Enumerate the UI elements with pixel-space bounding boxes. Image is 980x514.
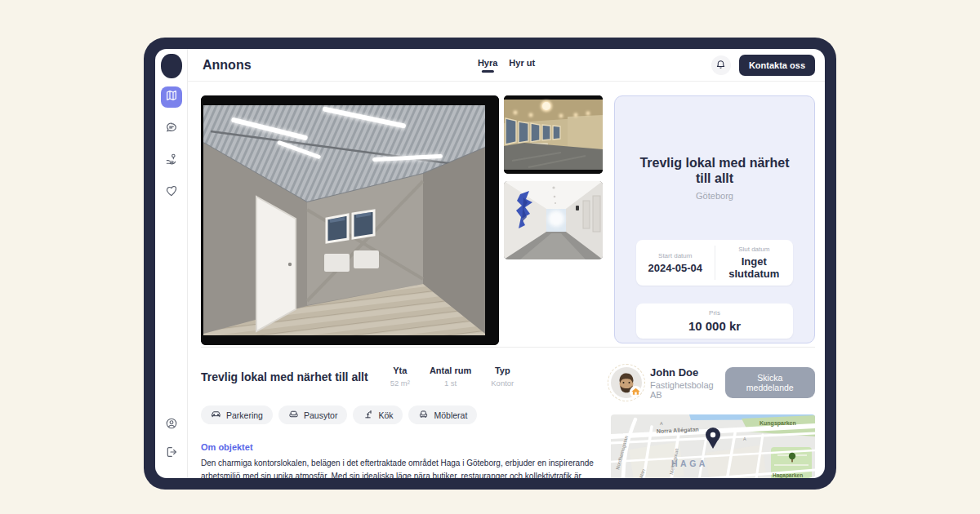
spec-typ: Typ Kontor [491,366,514,388]
spec-yta-value: 52 m² [390,379,410,388]
start-date-value: 2024-05-04 [636,262,715,274]
main-area: Annons Hyra Hyr ut [188,49,825,478]
sidebar-item-messages[interactable] [161,118,182,140]
end-date-label: Slut datum [715,246,794,253]
thumbnail-column [504,95,604,345]
sofa-icon [288,409,299,421]
thumbnail-photo-1[interactable] [504,95,603,174]
listing-title: Trevlig lokal med närhet till allt [201,366,368,383]
price-value: 10 000 kr [636,319,793,333]
tag-pausytor: Pausytor [278,405,347,424]
sidebar-item-favorites[interactable] [161,182,182,203]
booking-card: Trevlig lokal med närhet till allt Göteb… [614,95,815,343]
notifications-button[interactable] [711,55,731,75]
end-date-value: Inget slutdatum [715,255,794,280]
bell-icon [715,58,726,73]
section-divider [201,347,815,348]
landlord-info: John Doe Fastighetsbolag AB [650,366,725,400]
device-frame: Annons Hyra Hyr ut [144,38,836,490]
spec-typ-value: Kontor [491,379,514,388]
sidebar-item-contracts[interactable] [161,150,182,171]
landlord-company: Fastighetsbolag AB [650,380,725,400]
route-marker-a2: A [743,436,746,441]
main-listing-photo[interactable] [201,95,499,345]
tab-hyr-ut[interactable]: Hyr ut [509,58,535,68]
warm-room-photo [504,95,603,174]
tag-pausytor-label: Pausytor [304,410,337,420]
landlord-name: John Doe [650,366,725,379]
gallery-row: Trevlig lokal med närhet till allt Göteb… [201,95,815,345]
armchair-icon [418,409,429,421]
lower-section: Trevlig lokal med närhet till allt Yta 5… [201,366,815,478]
hallway-photo [504,181,603,259]
booking-location: Göteborg [636,191,793,201]
office-room-photo [201,95,499,345]
chat-icon [165,121,178,137]
tag-kok: Kök [353,405,403,424]
tab-hyr-ut-label: Hyr ut [509,58,535,68]
landlord-avatar [611,367,642,398]
contact-us-button[interactable]: Kontakta oss [739,55,815,76]
send-message-button[interactable]: Skicka meddelande [725,367,815,398]
spec-yta: Yta 52 m² [390,366,410,388]
faucet-icon [363,409,373,421]
tag-moblerat: Möblerat [408,405,477,424]
price-label: Pris [636,309,793,317]
spec-antal-rum: Antal rum 1 st [430,366,471,388]
app-window: Annons Hyra Hyr ut [155,49,825,478]
about-paragraph: Den charmiga kontorslokalen, belägen i d… [201,457,603,478]
logout-icon [165,445,178,462]
header-actions: Kontakta oss [711,55,815,76]
sidebar-item-listings[interactable] [161,86,182,108]
price-field: Pris 10 000 kr [636,309,793,333]
spec-antal-rum-label: Antal rum [430,366,471,375]
tag-kok-label: Kök [378,410,393,420]
app-logo [161,54,182,78]
spec-row: Trevlig lokal med närhet till allt Yta 5… [201,366,603,388]
price-row: Pris 10 000 kr [636,304,793,339]
sidebar-bottom-group [161,414,182,472]
tab-hyra-label: Hyra [478,58,497,68]
park-label-kungsparken: Kungsparken [760,420,796,427]
listing-details-column: Trevlig lokal med närhet till allt Yta 5… [201,366,603,478]
booking-title: Trevlig lokal med närhet till allt [636,155,793,186]
tag-moblerat-label: Möblerat [434,410,467,420]
tag-parkering: Parkering [201,405,273,424]
avatar-decoration-ring [608,364,645,401]
landlord-column: John Doe Fastighetsbolag AB Skicka medde… [611,366,815,478]
tag-parkering-label: Parkering [226,410,263,420]
spec-antal-rum-value: 1 st [430,379,471,388]
about-heading: Om objektet [201,442,603,452]
top-bar: Annons Hyra Hyr ut [188,49,825,82]
location-map[interactable]: Norra Allégatan Kungsparken Hagaparken H… [611,414,815,478]
route-marker-a1: A [660,421,663,426]
end-date-field: Slut datum Inget slutdatum [715,246,794,280]
spec-typ-label: Typ [491,366,514,375]
map-canvas: Norra Allégatan Kungsparken Hagaparken H… [611,414,815,478]
heart-icon [165,184,178,201]
page-title: Annons [203,58,252,73]
landlord-row: John Doe Fastighetsbolag AB Skicka medde… [611,366,815,400]
park-label-hagaparken: Hagaparken [773,472,803,478]
car-icon [211,409,221,421]
amenity-tags: Parkering Pausytor Kök [201,405,603,424]
map-icon [165,89,178,105]
thumbnail-photo-2[interactable] [504,181,603,259]
account-icon [165,417,178,433]
date-row: Start datum 2024-05-04 Slut datum Inget … [636,240,793,286]
key-handover-icon [165,153,178,169]
sidebar-item-logout[interactable] [161,443,182,464]
spec-yta-label: Yta [390,366,410,375]
tab-hyra[interactable]: Hyra [478,58,497,73]
sidebar [155,49,188,478]
content-area: Trevlig lokal med närhet till allt Göteb… [188,82,825,478]
active-tab-underline [482,70,494,73]
specs: Yta 52 m² Antal rum 1 st Typ [390,366,514,388]
sidebar-item-account[interactable] [161,414,182,436]
start-date-field: Start datum 2024-05-04 [636,252,715,274]
page-background: Annons Hyra Hyr ut [0,0,980,514]
mode-tabs: Hyra Hyr ut [478,58,535,73]
start-date-label: Start datum [636,252,715,259]
